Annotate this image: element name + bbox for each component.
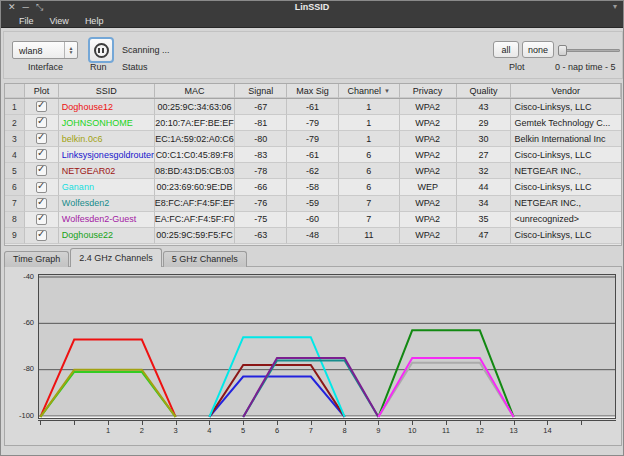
max-sig-cell: -79 [287,115,339,131]
plot-checkbox[interactable]: ✓ [36,182,47,193]
plot-checkbox[interactable]: ✓ [36,117,47,128]
x-tick [311,421,312,425]
signal-cell: -63 [235,228,287,244]
run-pause-button[interactable] [88,37,114,63]
x-tick-label: 6 [267,426,287,435]
plot-checkbox[interactable]: ✓ [36,198,47,209]
mac-cell: EA:FC:AF:F4:5F:F0 [155,212,236,228]
x-tick-label: 14 [537,426,557,435]
quality-cell: 44 [457,179,512,195]
plot-checkbox[interactable]: ✓ [36,101,47,112]
column-header-vendor[interactable]: Vendor [511,84,621,98]
column-header-channel[interactable]: Channel▼ [339,84,400,98]
privacy-cell: WPA2 [400,99,457,115]
signal-curve-linksysjonesgoldrouter [209,377,344,417]
titlebar-overflow-icon[interactable]: ▾ [613,2,617,11]
plot-label: Plot [509,62,525,72]
max-sig-cell: -59 [287,196,339,212]
column-header-max-sig[interactable]: Max Sig [287,84,339,98]
table-row[interactable]: 1 ✓ Doghouse12 00:25:9C:34:63:06 -67 -61… [5,99,621,115]
channel-cell: 11 [339,228,400,244]
channel-cell: 7 [339,196,400,212]
menu-item-view[interactable]: View [50,16,69,26]
ssid-cell: belkin.0c6 [59,131,155,147]
channel-cell: 1 [339,99,400,115]
table-row[interactable]: 9 ✓ Doghouse22 00:25:9C:59:F5:FC -63 -48… [5,228,621,244]
column-header-signal[interactable]: Signal [235,84,287,98]
x-tick-label: 9 [368,426,388,435]
vendor-cell: <unrecognized> [511,212,621,228]
table-row[interactable]: 2 ✓ JOHNSONHOME 20:10:7A:EF:BE:EF -81 -7… [5,115,621,131]
table-row[interactable]: 5 ✓ NETGEAR02 08:BD:43:D5:CB:03 -78 -62 … [5,163,621,179]
signal-cell: -66 [235,179,287,195]
tab-5-ghz-channels[interactable]: 5 GHz Channels [163,251,247,267]
x-tick [412,421,413,425]
x-tick-label: 12 [470,426,490,435]
check-icon: ✓ [37,131,45,142]
vendor-cell: Cisco-Linksys, LLC [511,179,621,195]
plot-checkbox[interactable]: ✓ [36,133,47,144]
signal-cell: -67 [235,99,287,115]
table-row[interactable]: 6 ✓ Ganann 00:23:69:60:9E:DB -66 -58 6 W… [5,179,621,195]
spinner-arrows-icon[interactable]: ▲▼ [64,42,77,58]
signal-plot [39,275,615,418]
plot-checkbox[interactable]: ✓ [36,214,47,225]
ssid-cell: Doghouse22 [59,228,155,244]
column-header-privacy[interactable]: Privacy [400,84,457,98]
interface-label: Interface [28,62,63,72]
table-row[interactable]: 4 ✓ Linksysjonesgoldrouter C0:C1:C0:45:8… [5,147,621,163]
check-icon: ✓ [37,212,45,223]
max-sig-cell: -60 [287,212,339,228]
column-header-mac[interactable]: MAC [155,84,236,98]
table-row[interactable]: 7 ✓ Wolfesden2 E8:FC:AF:F4:5F:EF -76 -59… [5,196,621,212]
privacy-cell: WPA2 [400,196,457,212]
privacy-cell: WPA2 [400,131,457,147]
menu-item-file[interactable]: File [19,16,34,26]
plot-checkbox[interactable]: ✓ [36,230,47,241]
signal-curve-wolfesden2-guest [243,358,378,417]
plot-checkbox[interactable]: ✓ [36,149,47,160]
interface-select[interactable]: wlan8 ▲▼ [12,41,78,59]
slider-handle[interactable] [558,45,567,56]
vendor-cell: Cisco-Linksys, LLC [511,99,621,115]
x-tick [446,421,447,425]
signal-cell: -81 [235,115,287,131]
row-number: 9 [5,228,25,244]
nap-time-slider[interactable] [558,45,620,55]
y-tick-label: -40 [5,272,34,281]
max-sig-cell: -58 [287,179,339,195]
check-icon: ✓ [37,115,45,126]
table-row[interactable]: 3 ✓ belkin.0c6 EC:1A:59:02:A0:C6 -80 -79… [5,131,621,147]
x-tick [142,421,143,425]
ssid-cell: Wolfesden2 [59,196,155,212]
tab-time-graph[interactable]: Time Graph [4,251,69,267]
titlebar[interactable]: ✕ ─ ⤡ LinSSID ▾ [1,1,623,14]
menu-item-help[interactable]: Help [85,16,104,26]
x-tick-label: 5 [233,426,253,435]
x-tick [243,421,244,425]
row-number: 5 [5,163,25,179]
slider-groove[interactable] [558,49,620,52]
column-header-plot[interactable]: Plot [25,84,59,98]
plot-none-button[interactable]: none [522,41,554,58]
plot-all-button[interactable]: all [493,41,519,58]
mac-cell: 00:25:9C:34:63:06 [155,99,236,115]
x-tick [480,421,481,425]
nap-time-label: 0 - nap time - 5 [555,62,616,72]
x-tick [547,421,548,425]
vendor-cell: Gemtek Technology C... [511,115,621,131]
channel-cell: 1 [339,131,400,147]
plot-checkbox[interactable]: ✓ [36,165,47,176]
menubar: File View Help [1,14,623,28]
plot-cell: ✓ [25,147,59,163]
tab-2-4-ghz-channels[interactable]: 2.4 GHz Channels [70,248,162,267]
column-header-ssid[interactable]: SSID [59,84,155,98]
x-tick [176,421,177,425]
ssid-cell: JOHNSONHOME [59,115,155,131]
signal-curve-unlabeled-gray [378,363,513,417]
column-header-quality[interactable]: Quality [457,84,512,98]
ssid-cell: Doghouse12 [59,99,155,115]
linssid-window: ✕ ─ ⤡ LinSSID ▾ File View Help wlan8 ▲▼ … [0,0,624,456]
table-row[interactable]: 8 ✓ Wolfesden2-Guest EA:FC:AF:F4:5F:F0 -… [5,212,621,228]
networks-table: PlotSSIDMACSignalMax SigChannel▼PrivacyQ… [4,83,622,246]
